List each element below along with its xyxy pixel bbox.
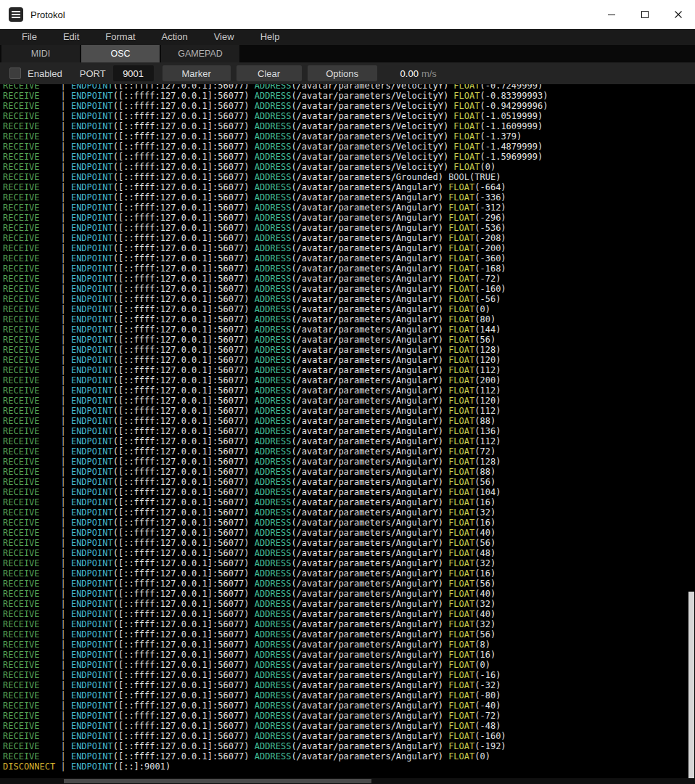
log-row: RECEIVE | ENDPOINT([::ffff:127.0.0.1]:56… <box>3 121 695 131</box>
minimize-button[interactable] <box>595 0 628 29</box>
argument-value: (-336) <box>474 192 506 203</box>
argument-type: FLOAT <box>448 629 474 640</box>
argument-type: FLOAT <box>448 731 474 741</box>
log-row: RECEIVE | ENDPOINT([::ffff:127.0.0.1]:56… <box>3 253 695 264</box>
menu-item-edit[interactable]: Edit <box>50 29 92 45</box>
argument-type: FLOAT <box>453 84 480 91</box>
address-value: (/avatar/parameters/AngularY) <box>291 396 443 406</box>
argument-type: FLOAT <box>448 711 474 721</box>
endpoint-value: ([::ffff:127.0.0.1]:56077) <box>113 142 250 152</box>
tab-gamepad[interactable]: GAMEPAD <box>161 45 239 62</box>
argument-value: (120) <box>474 396 501 406</box>
message-type: RECEIVE <box>3 507 55 518</box>
close-button[interactable] <box>662 0 695 29</box>
address-value: (/avatar/parameters/AngularY) <box>291 599 443 609</box>
menu-item-action[interactable]: Action <box>149 29 201 45</box>
menu-item-help[interactable]: Help <box>247 29 293 45</box>
message-type: RECEIVE <box>3 609 55 619</box>
argument-value: (-536) <box>474 223 506 233</box>
address-value: (/avatar/parameters/AngularY) <box>291 589 443 599</box>
log-row: RECEIVE | ENDPOINT([::ffff:127.0.0.1]:56… <box>3 518 695 528</box>
argument-value: (-0.83399993) <box>480 91 548 101</box>
message-type: RECEIVE <box>3 446 55 457</box>
message-type: RECEIVE <box>3 365 55 375</box>
clear-button[interactable]: Clear <box>237 65 302 81</box>
log-row: RECEIVE | ENDPOINT([::ffff:127.0.0.1]:56… <box>3 243 695 253</box>
argument-type: FLOAT <box>448 528 474 538</box>
horizontal-scrollbar[interactable] <box>0 778 695 784</box>
argument-type: FLOAT <box>448 233 474 243</box>
log-row: RECEIVE | ENDPOINT([::ffff:127.0.0.1]:56… <box>3 467 695 477</box>
message-type: RECEIVE <box>3 721 55 731</box>
argument-type: BOOL <box>448 172 469 182</box>
argument-value: (40) <box>474 528 495 538</box>
message-type: RECEIVE <box>3 223 55 233</box>
log-row: RECEIVE | ENDPOINT([::ffff:127.0.0.1]:56… <box>3 599 695 609</box>
endpoint-value: ([::ffff:127.0.0.1]:56077) <box>113 507 250 518</box>
argument-type: FLOAT <box>448 436 474 446</box>
address-keyword: ADDRESS <box>255 497 292 507</box>
menu-item-view[interactable]: View <box>201 29 247 45</box>
address-value: (/avatar/parameters/AngularY) <box>291 558 443 568</box>
menu-item-format[interactable]: Format <box>92 29 148 45</box>
message-type: RECEIVE <box>3 660 55 670</box>
argument-value: (-296) <box>474 213 506 223</box>
argument-type: FLOAT <box>448 640 474 650</box>
address-keyword: ADDRESS <box>255 274 292 284</box>
log-row: RECEIVE | ENDPOINT([::ffff:127.0.0.1]:56… <box>3 284 695 294</box>
endpoint-keyword: ENDPOINT <box>71 233 113 243</box>
endpoint-keyword: ENDPOINT <box>71 670 113 680</box>
message-type: RECEIVE <box>3 670 55 680</box>
argument-value: (-160) <box>474 731 506 741</box>
endpoint-value: ([::ffff:127.0.0.1]:56077) <box>113 629 250 640</box>
argument-type: FLOAT <box>453 152 480 162</box>
log-row: RECEIVE | ENDPOINT([::ffff:127.0.0.1]:56… <box>3 751 695 761</box>
argument-value: (-1.379) <box>480 131 522 142</box>
toolbar: Enabled PORT 9001 Marker Clear Options 0… <box>0 62 695 84</box>
log-row: RECEIVE | ENDPOINT([::ffff:127.0.0.1]:56… <box>3 294 695 304</box>
horizontal-scrollbar-thumb[interactable] <box>64 779 371 783</box>
options-button[interactable]: Options <box>308 65 377 81</box>
enabled-label: Enabled <box>28 68 62 79</box>
log-row: RECEIVE | ENDPOINT([::ffff:127.0.0.1]:56… <box>3 355 695 365</box>
log-row: RECEIVE | ENDPOINT([::ffff:127.0.0.1]:56… <box>3 264 695 274</box>
argument-type: FLOAT <box>448 538 474 548</box>
address-keyword: ADDRESS <box>255 538 292 548</box>
argument-value: (-1.1609999) <box>480 121 543 131</box>
endpoint-keyword: ENDPOINT <box>71 477 113 487</box>
vertical-scrollbar-thumb[interactable] <box>688 592 694 778</box>
argument-type: FLOAT <box>448 609 474 619</box>
address-value: (/avatar/parameters/AngularY) <box>291 436 443 446</box>
tab-osc[interactable]: OSC <box>81 45 160 62</box>
argument-type: FLOAT <box>453 142 480 152</box>
argument-value: (-664) <box>474 182 506 192</box>
argument-type: FLOAT <box>448 701 474 711</box>
argument-value: (128) <box>474 345 501 355</box>
endpoint-keyword: ENDPOINT <box>71 284 113 294</box>
tab-midi[interactable]: MIDI <box>1 45 80 62</box>
maximize-button[interactable] <box>628 0 662 29</box>
argument-type: FLOAT <box>448 365 474 375</box>
endpoint-keyword: ENDPOINT <box>71 711 113 721</box>
argument-type: FLOAT <box>448 416 474 426</box>
enabled-checkbox[interactable] <box>9 68 21 79</box>
menu-item-file[interactable]: File <box>9 29 50 45</box>
argument-value: (-1.5969999) <box>480 152 543 162</box>
log-row: RECEIVE | ENDPOINT([::ffff:127.0.0.1]:56… <box>3 701 695 711</box>
endpoint-keyword: ENDPOINT <box>71 579 113 589</box>
marker-button[interactable]: Marker <box>163 65 231 81</box>
argument-value: (8) <box>474 640 490 650</box>
endpoint-keyword: ENDPOINT <box>71 497 113 507</box>
log-row: RECEIVE | ENDPOINT([::ffff:127.0.0.1]:56… <box>3 345 695 355</box>
endpoint-value: ([::ffff:127.0.0.1]:56077) <box>113 548 250 558</box>
endpoint-value: ([::ffff:127.0.0.1]:56077) <box>113 680 250 690</box>
address-value: (/avatar/parameters/VelocityY) <box>291 101 448 111</box>
port-input[interactable]: 9001 <box>113 65 154 81</box>
address-keyword: ADDRESS <box>255 436 292 446</box>
address-keyword: ADDRESS <box>255 599 292 609</box>
endpoint-keyword: ENDPOINT <box>71 111 113 121</box>
endpoint-value: ([::ffff:127.0.0.1]:56077) <box>113 731 250 741</box>
endpoint-value: ([::ffff:127.0.0.1]:56077) <box>113 436 250 446</box>
log-row: RECEIVE | ENDPOINT([::ffff:127.0.0.1]:56… <box>3 324 695 335</box>
message-type: RECEIVE <box>3 406 55 416</box>
